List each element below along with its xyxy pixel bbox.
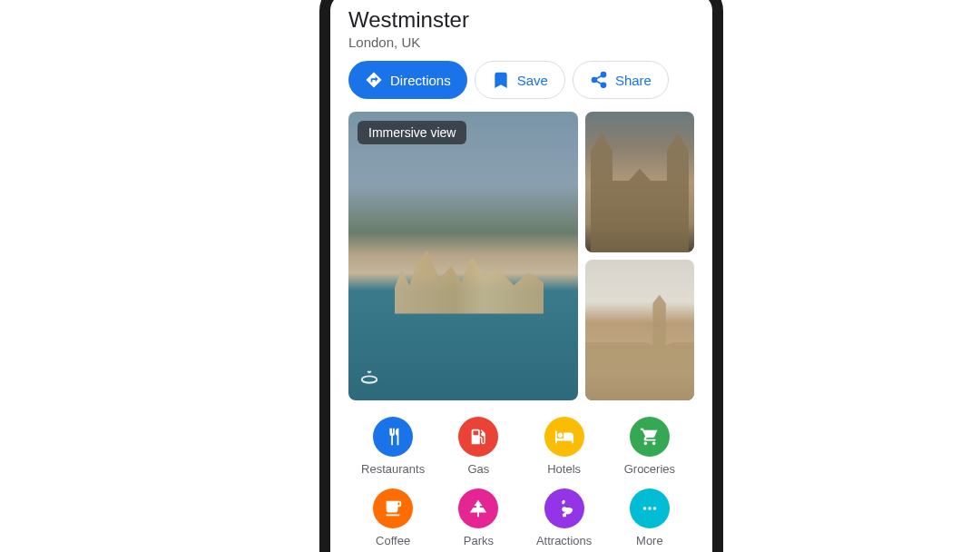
category-label: Groceries	[624, 462, 675, 476]
category-label: Restaurants	[361, 462, 425, 476]
hotel-icon	[544, 417, 584, 457]
category-parks[interactable]: Parks	[436, 488, 521, 547]
svg-point-1	[592, 78, 596, 83]
save-button[interactable]: Save	[475, 61, 565, 99]
coffee-icon	[373, 488, 413, 528]
svg-point-7	[643, 507, 647, 510]
place-title: Westminster	[348, 7, 694, 33]
parks-icon	[458, 488, 498, 528]
svg-point-2	[601, 83, 605, 87]
photo-immersive-view[interactable]: Immersive view	[348, 112, 578, 400]
photo-grid: Immersive view	[348, 112, 694, 400]
restaurant-icon	[373, 417, 413, 457]
category-grid: RestaurantsGasHotelsGroceriesCoffeeParks…	[348, 417, 694, 547]
category-restaurants[interactable]: Restaurants	[350, 417, 436, 476]
category-label: Parks	[464, 534, 494, 547]
rotate-3d-icon	[359, 370, 379, 389]
gas-icon	[458, 417, 498, 457]
photo-illustration	[585, 133, 694, 252]
photo-thumbnail-2[interactable]	[585, 260, 694, 400]
directions-button[interactable]: Directions	[348, 61, 467, 99]
directions-label: Directions	[390, 73, 451, 88]
category-more[interactable]: More	[607, 488, 692, 547]
category-hotels[interactable]: Hotels	[522, 417, 607, 476]
photo-illustration	[395, 251, 544, 314]
svg-line-3	[596, 81, 602, 84]
save-label: Save	[517, 73, 548, 88]
photo-thumbnail-1[interactable]	[585, 112, 694, 252]
share-button[interactable]: Share	[573, 61, 669, 99]
more-icon	[630, 488, 670, 528]
category-attractions[interactable]: Attractions	[522, 488, 607, 547]
category-label: Coffee	[376, 534, 410, 547]
category-label: Gas	[467, 462, 489, 476]
immersive-view-badge: Immersive view	[358, 121, 466, 144]
svg-point-0	[601, 73, 605, 77]
groceries-icon	[630, 417, 670, 457]
category-groceries[interactable]: Groceries	[607, 417, 692, 476]
share-icon	[590, 71, 608, 89]
category-label: More	[636, 534, 663, 547]
svg-point-6	[562, 507, 567, 512]
bookmark-icon	[492, 71, 510, 89]
photo-illustration	[585, 295, 694, 400]
place-subtitle: London, UK	[348, 34, 694, 50]
category-label: Attractions	[536, 534, 592, 547]
action-row: Directions Save Share	[348, 61, 694, 99]
phone-frame: Westminster London, UK Directions Save S…	[319, 0, 723, 552]
category-label: Hotels	[547, 462, 581, 476]
attractions-icon	[544, 488, 584, 528]
svg-point-9	[653, 507, 657, 510]
svg-point-8	[648, 507, 652, 510]
category-coffee[interactable]: Coffee	[350, 488, 436, 547]
svg-line-4	[596, 75, 602, 78]
photo-column	[585, 112, 694, 400]
share-label: Share	[615, 73, 652, 88]
category-gas[interactable]: Gas	[436, 417, 521, 476]
place-sheet: Westminster London, UK Directions Save S…	[330, 0, 712, 552]
directions-icon	[365, 71, 383, 89]
